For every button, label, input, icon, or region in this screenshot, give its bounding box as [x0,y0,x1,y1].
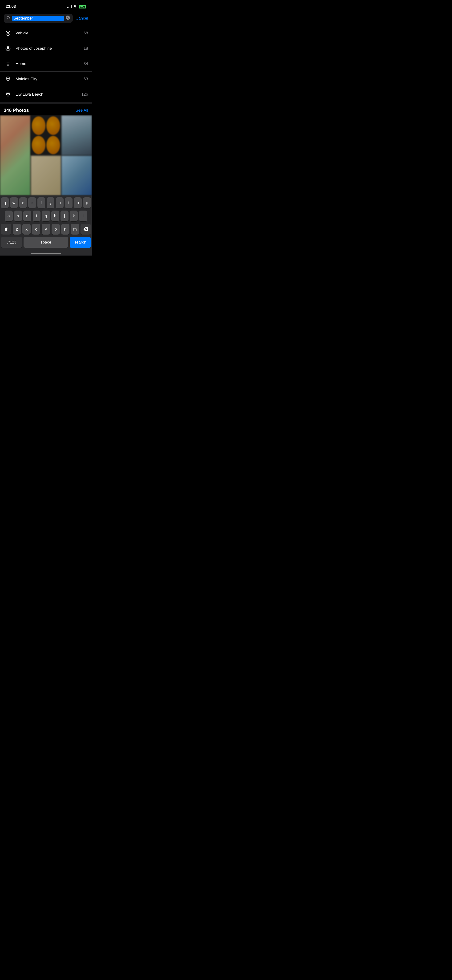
key-g[interactable]: g [42,210,50,221]
search-bar-container: September Cancel [0,12,92,25]
key-x[interactable]: x [22,224,31,235]
search-icon [6,16,10,21]
keyboard-bottom-row: .?123 space search [0,237,92,248]
suggestion-label-home: Home [16,62,84,66]
wifi-icon [73,5,77,9]
key-t[interactable]: t [37,197,45,208]
photo-preview-grid[interactable] [0,115,92,196]
photo-orange-circle-4 [46,136,60,154]
key-p[interactable]: p [83,197,91,208]
suggestion-count-malolos: 63 [84,77,88,81]
suggestion-label-vehicle: Vehicle [16,31,84,35]
svg-line-6 [6,32,10,35]
home-suggestion-icon [4,60,12,68]
suggestion-vehicle[interactable]: Vehicle 68 [0,25,92,41]
location-suggestion-icon-liw-liwa [4,90,12,99]
keyboard-row-1: q w e r t y u i o p [0,197,92,208]
suggestion-count-home: 34 [84,62,88,66]
photo-orange-circle-1 [32,116,46,135]
shift-key[interactable] [1,224,11,235]
suggestion-label-josephine: Photos of Josephine [16,46,84,51]
search-input-wrapper[interactable]: September [4,14,73,23]
key-k[interactable]: k [70,210,78,221]
key-c[interactable]: c [32,224,40,235]
suggestion-home[interactable]: Home 34 [0,56,92,72]
key-s[interactable]: s [14,210,22,221]
keyboard: q w e r t y u i o p a s d f g h j k l z … [0,196,92,251]
svg-point-10 [8,78,9,79]
key-w[interactable]: w [10,197,18,208]
key-b[interactable]: b [52,224,60,235]
key-v[interactable]: v [42,224,50,235]
photo-collage [0,115,92,196]
status-bar: 23:03 21% [0,0,92,12]
key-o[interactable]: o [74,197,82,208]
suggestion-count-vehicle: 68 [84,31,88,35]
key-i[interactable]: i [65,197,73,208]
status-icons: 21% [67,5,86,9]
see-all-button[interactable]: See All [76,108,88,113]
key-a[interactable]: a [5,210,13,221]
status-time: 23:03 [6,4,16,9]
photos-count-title: 346 Photos [4,108,29,113]
key-r[interactable]: r [28,197,36,208]
delete-key[interactable] [81,224,91,235]
photos-section-header: 346 Photos See All [0,104,92,115]
suggestion-malolos[interactable]: Malolos City 63 [0,72,92,87]
key-d[interactable]: d [23,210,31,221]
photo-cell-5 [62,156,92,196]
suggestion-liw-liwa[interactable]: Liw Liwa Beach 126 [0,87,92,102]
svg-point-9 [7,47,9,49]
location-suggestion-icon-malolos [4,75,12,83]
key-h[interactable]: h [51,210,59,221]
key-u[interactable]: u [56,197,63,208]
key-l[interactable]: l [79,210,87,221]
key-q[interactable]: q [1,197,9,208]
cancel-button[interactable]: Cancel [76,16,88,21]
svg-line-1 [10,19,10,19]
photo-cell-1 [0,115,30,196]
key-f[interactable]: f [33,210,41,221]
numbers-key[interactable]: .?123 [1,237,22,248]
photo-orange-circle-2 [46,116,60,135]
suggestion-count-liw-liwa: 126 [81,92,88,97]
suggestion-label-malolos: Malolos City [16,77,84,81]
key-z[interactable]: z [13,224,21,235]
key-j[interactable]: j [60,210,68,221]
key-m[interactable]: m [71,224,79,235]
search-query[interactable]: September [12,16,64,21]
signal-icon [67,5,71,8]
photo-cell-2 [31,115,61,155]
svg-point-11 [8,93,9,94]
suggestion-label-liw-liwa: Liw Liwa Beach [16,92,81,97]
suggestion-josephine[interactable]: Photos of Josephine 18 [0,41,92,56]
svg-point-0 [7,16,10,19]
section-divider [0,102,92,104]
battery-indicator: 21% [79,5,86,8]
home-indicator-bar [0,251,92,256]
search-suggestion-icon [4,29,12,37]
person-suggestion-icon [4,44,12,53]
key-y[interactable]: y [47,197,54,208]
photo-cell-4 [31,156,61,196]
suggestions-list: Vehicle 68 Photos of Josephine 18 Home 3… [0,25,92,102]
keyboard-row-3: z x c v b n m [0,224,92,235]
space-key[interactable]: space [24,237,68,248]
keyboard-row-2: a s d f g h j k l [0,210,92,221]
clear-search-button[interactable] [66,16,70,21]
home-indicator [31,253,61,254]
key-n[interactable]: n [61,224,70,235]
photo-orange-circle-3 [32,136,46,154]
photo-cell-3 [62,115,92,155]
search-key[interactable]: search [70,237,91,248]
key-e[interactable]: e [19,197,27,208]
suggestion-count-josephine: 18 [84,46,88,51]
